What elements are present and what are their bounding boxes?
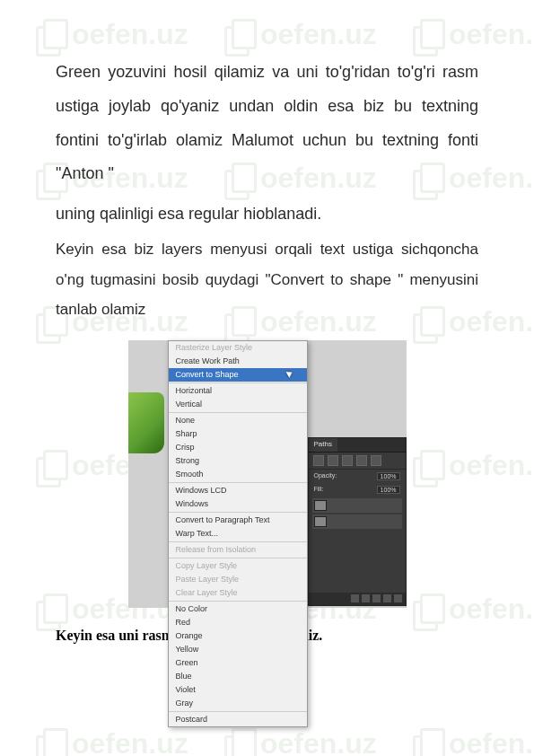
menu-separator bbox=[169, 558, 307, 558]
layer-thumb bbox=[314, 500, 327, 511]
menu-item[interactable]: Red bbox=[169, 616, 307, 629]
paragraph-1: Green yozuvini hosil qilamiz va uni to'g… bbox=[56, 56, 478, 191]
menu-item: Release from Isolation bbox=[169, 543, 307, 557]
menu-separator bbox=[169, 711, 307, 712]
trash-icon[interactable] bbox=[394, 594, 402, 602]
menu-item: Copy Layer Style bbox=[169, 559, 307, 573]
new-layer-icon[interactable] bbox=[383, 594, 391, 602]
menu-item[interactable]: Windows LCD bbox=[169, 484, 307, 497]
menu-separator bbox=[169, 601, 307, 602]
tool-icon[interactable] bbox=[356, 455, 367, 466]
opacity-label: Opacity: bbox=[314, 472, 337, 480]
layers-list bbox=[309, 497, 406, 532]
screenshot-figure: Rasterize Layer StyleCreate Work PathCon… bbox=[56, 340, 478, 608]
panel-tab[interactable]: Paths bbox=[309, 438, 337, 452]
menu-item[interactable]: Horizontal bbox=[169, 384, 307, 398]
tool-icon[interactable] bbox=[371, 455, 381, 466]
page-content: Green yozuvini hosil qilamiz va uni to'g… bbox=[0, 0, 534, 680]
watermark: oefen.uz bbox=[36, 727, 188, 756]
menu-item: Paste Layer Style bbox=[169, 573, 307, 586]
menu-item[interactable]: Windows bbox=[169, 497, 307, 511]
mask-icon[interactable] bbox=[362, 594, 370, 602]
menu-item[interactable]: Warp Text... bbox=[169, 527, 307, 541]
menu-separator bbox=[169, 482, 307, 483]
menu-item[interactable]: Orange bbox=[169, 629, 307, 643]
menu-item[interactable]: Strong bbox=[169, 454, 307, 468]
menu-separator bbox=[169, 412, 307, 413]
menu-item[interactable]: Violet bbox=[169, 683, 307, 697]
layer-thumb bbox=[314, 516, 327, 527]
menu-item: Rasterize Layer Style bbox=[169, 341, 307, 355]
paragraph-2: uning qalinligi esa regular hioblanadi. bbox=[56, 198, 478, 229]
fill-label: Fill: bbox=[314, 486, 324, 494]
folder-icon[interactable] bbox=[372, 594, 381, 602]
tool-icon[interactable] bbox=[342, 455, 353, 466]
fx-icon[interactable] bbox=[351, 594, 359, 602]
menu-separator bbox=[169, 382, 307, 383]
menu-separator bbox=[169, 512, 307, 513]
watermark: oefen.uz bbox=[413, 727, 534, 756]
menu-item[interactable]: No Color bbox=[169, 602, 307, 616]
menu-separator bbox=[169, 541, 307, 542]
fill-value[interactable]: 100% bbox=[377, 486, 400, 494]
panel-footer bbox=[309, 593, 406, 605]
menu-item: Clear Layer Style bbox=[169, 586, 307, 600]
layer-row[interactable] bbox=[312, 498, 402, 513]
paragraph-3: Keyin esa biz layers menyusi orqali text… bbox=[56, 234, 478, 323]
menu-item[interactable]: Smooth bbox=[169, 468, 307, 481]
panel-toolbar bbox=[309, 453, 406, 470]
opacity-value[interactable]: 100% bbox=[377, 472, 400, 480]
menu-item[interactable]: Create Work Path bbox=[169, 355, 307, 368]
menu-item[interactable]: Green bbox=[169, 656, 307, 670]
menu-item[interactable]: Blue bbox=[169, 670, 307, 683]
watermark: oefen.uz bbox=[224, 727, 377, 756]
context-menu: Rasterize Layer StyleCreate Work PathCon… bbox=[168, 340, 308, 727]
menu-item[interactable]: Vertical bbox=[169, 398, 307, 411]
menu-item[interactable]: Convert to Paragraph Text bbox=[169, 514, 307, 527]
menu-item[interactable]: Convert to Shape bbox=[169, 368, 307, 382]
menu-item[interactable]: None bbox=[169, 414, 307, 427]
layers-panel: Paths Opacity: 100% Fill: 100% bbox=[308, 437, 407, 606]
leaf-image bbox=[128, 392, 164, 453]
menu-item[interactable]: Gray bbox=[169, 697, 307, 710]
menu-item[interactable]: Yellow bbox=[169, 643, 307, 656]
layer-row[interactable] bbox=[312, 514, 402, 529]
menu-item[interactable]: Crisp bbox=[169, 441, 307, 454]
filter-icon[interactable] bbox=[313, 455, 324, 466]
cursor-icon bbox=[285, 369, 293, 378]
menu-item[interactable]: Sharp bbox=[169, 427, 307, 441]
menu-item[interactable]: Postcard bbox=[169, 713, 307, 726]
tool-icon[interactable] bbox=[328, 455, 338, 466]
